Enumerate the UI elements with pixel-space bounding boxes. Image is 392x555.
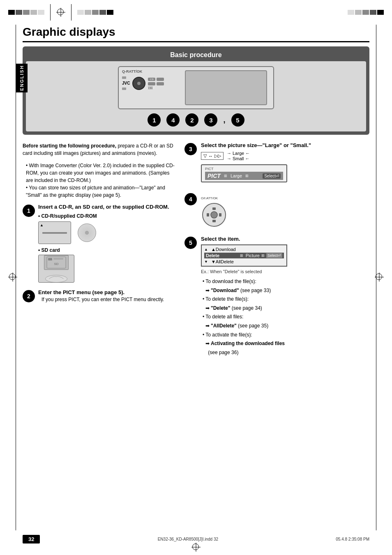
step-3-circle: 3 — [184, 143, 197, 155]
pict-select-btn: Select⏎ — [263, 173, 281, 179]
step-3-block: 3 Select the picture size—"Large" or "Sm… — [184, 142, 369, 185]
alldelete-bold: "AllDelete" — [211, 323, 237, 329]
pict-item: Large — [231, 173, 242, 178]
delete-bold: "Delete" — [211, 305, 230, 311]
svg-rect-2 — [53, 258, 63, 260]
step-4-circle: 4 — [184, 193, 197, 205]
large-label: Large — [233, 151, 244, 156]
step-numbers-row: 1 4 2 3 , 5 — [148, 113, 244, 127]
step-1-circle: 1 — [23, 205, 35, 217]
step-3-content: Select the picture size—"Large" or "Smal… — [201, 142, 369, 185]
page-title: Graphic displays — [23, 25, 369, 42]
page-footer: 32 EN32-36_KD-AR8500[J]I.indd 32 05.4.8 … — [0, 535, 392, 543]
delete-item-active: Delete — [206, 253, 238, 258]
svg-point-4 — [46, 275, 67, 282]
step-1-title: Insert a CD-R, an SD card, or the suppli… — [38, 204, 175, 210]
activate-ref: (see page 36) — [208, 350, 238, 355]
step-3-indicator: 3 — [204, 113, 217, 127]
device-image-area: Q-RATT/OK JVC — [26, 61, 366, 131]
pict-display: PICT PICT ⊞ Large ⊞ Select⏎ — [201, 164, 287, 182]
bullet-item-1: With Image Converter (Color Ver. 2.0) in… — [26, 162, 175, 184]
step-1-sub-cd: • CD-R/supplied CD-ROM — [38, 213, 175, 219]
jvc-device-illustration: Q-RATT/OK JVC — [118, 66, 274, 109]
language-tab: ENGLISH — [16, 64, 28, 92]
option-activate: To activate the file(s): ➡ Activating th… — [201, 331, 369, 357]
svg-rect-10 — [219, 213, 221, 216]
pict-row: PICT ⊞ Large ⊞ Select⏎ — [205, 172, 283, 180]
right-column: 3 Select the picture size—"Large" or "Sm… — [184, 142, 369, 364]
step-5-indicator: 5 — [231, 113, 244, 127]
arrow-delete: ➡ — [205, 305, 210, 311]
sd-card-illustration: SD — [38, 255, 74, 283]
step-4-block: 4 O/I:ATT/OK — [184, 192, 369, 228]
select-btn: Select⏎ — [266, 253, 282, 258]
download-item: ▲Download — [211, 247, 236, 252]
options-list: To download the file(s): ➡ "Download" (s… — [201, 277, 369, 357]
cd-disc — [78, 223, 96, 242]
download-ref: (see page 33) — [240, 288, 271, 293]
svg-text:SD: SD — [54, 262, 58, 266]
basic-procedure-box: Basic procedure Q-RATT/OK JVC — [23, 46, 369, 135]
svg-rect-1 — [48, 258, 52, 260]
bullet-item-2: You can store two sizes of picture and a… — [26, 184, 175, 199]
left-column: Before starting the following procedure,… — [23, 142, 175, 364]
delete-ref: (see page 34) — [232, 305, 262, 311]
option-download: To download the file(s): ➡ "Download" (s… — [201, 277, 369, 295]
step-1-indicator: 1 — [148, 113, 161, 127]
ok-btn-label: O/I:ATT/OK — [201, 196, 369, 200]
svg-rect-7 — [212, 207, 216, 210]
step-3-title: Select the picture size—"Large" or "Smal… — [201, 142, 369, 148]
step-2-circle: 2 — [23, 290, 35, 302]
step-1-block: 1 Insert a CD-R, an SD card, or the supp… — [23, 204, 175, 283]
step-5-title: Select the item. — [201, 236, 369, 242]
hand-svg — [40, 272, 73, 282]
download-bold: "Download" — [211, 288, 239, 293]
cd-slot — [42, 232, 67, 234]
pict-label: PICT — [208, 173, 221, 179]
select-display: ▲ ▲Download Delete ⊞ Picture ⊞ Select⏎ — [201, 244, 287, 267]
svg-point-6 — [211, 212, 217, 218]
arrow-alldelete: ➡ — [205, 323, 210, 329]
arrow-activate: ➡ — [205, 341, 210, 346]
basic-procedure-title: Basic procedure — [26, 50, 366, 61]
step-2-content: Enter the PICT menu (see page 5). If you… — [38, 289, 175, 302]
cd-drive — [38, 221, 71, 244]
small-label: Small — [233, 156, 244, 161]
step-comma: , — [223, 116, 225, 124]
option-delete: To delete the file(s): ➡ "Delete" (see p… — [201, 295, 369, 313]
svg-rect-9 — [207, 213, 209, 216]
ex-note: Ex.: When "Delete" is selected — [201, 269, 369, 274]
footer-time: 05.4.8 2:35:08 PM — [336, 537, 369, 541]
step-5-circle: 5 — [184, 237, 197, 249]
ok-button-svg — [201, 202, 228, 228]
before-starting-section: Before starting the following procedure,… — [23, 142, 175, 157]
step-2-block: 2 Enter the PICT menu (see page 5). If y… — [23, 289, 175, 302]
sd-card-inner: SD — [44, 255, 69, 270]
svg-rect-8 — [212, 220, 216, 222]
before-starting-bullets: With Image Converter (Color Ver. 2.0) in… — [23, 162, 175, 199]
step-1-content: Insert a CD-R, an SD card, or the suppli… — [38, 204, 175, 283]
cdrom-illustration — [38, 221, 175, 244]
arrow-download: ➡ — [205, 288, 210, 293]
step-2-note: If you press PICT, you can enter the PIC… — [38, 297, 175, 302]
alldelete-item: ▼AllDelete — [211, 259, 234, 264]
option-alldelete: To delete all files: ➡ "AllDelete" (see … — [201, 313, 369, 330]
size-selector: ▽↔▷▷ →Large← →Small← — [201, 151, 369, 161]
sd-card-svg: SD — [46, 256, 67, 269]
step-5-content: Select the item. ▲ ▲Download Delete ⊞ — [201, 236, 369, 357]
step-2-title: Enter the PICT menu (see page 5). — [38, 289, 175, 295]
alldelete-ref: (see page 35) — [238, 323, 268, 329]
activate-bold: Activating the downloaded files — [211, 341, 285, 346]
step-2-indicator: 2 — [185, 113, 198, 127]
page-number: 32 — [23, 535, 40, 543]
step-1-sub-sd: • SD card — [38, 247, 175, 253]
footer-filename: EN32-36_KD-AR8500[J]I.indd 32 — [158, 537, 218, 541]
step-5-block: 5 Select the item. ▲ ▲Download Delete — [184, 236, 369, 357]
step-4-content: O/I:ATT/OK — [201, 192, 369, 228]
before-starting-bold: Before starting the following procedure, — [23, 143, 116, 149]
step-4-indicator: 4 — [166, 113, 180, 127]
